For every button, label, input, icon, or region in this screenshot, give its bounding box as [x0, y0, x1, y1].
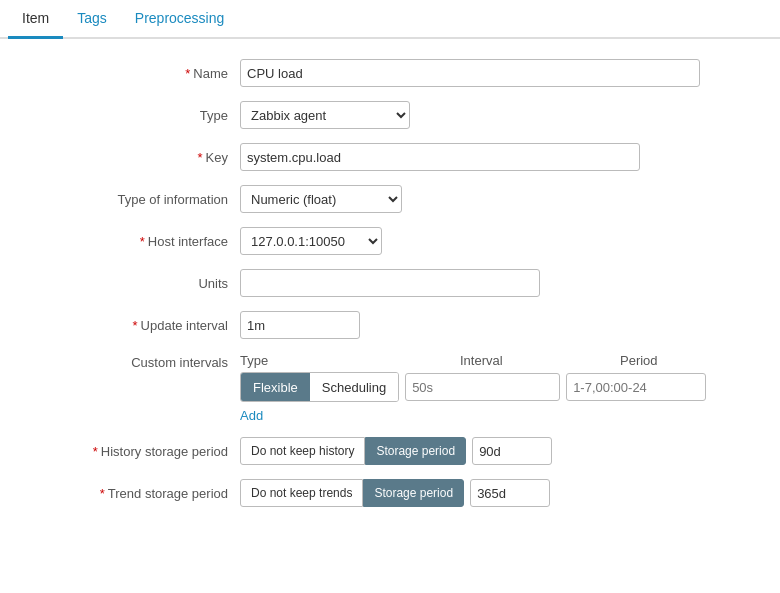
ci-input-period[interactable] — [566, 373, 706, 401]
select-type[interactable]: Zabbix agent Zabbix agent (active) Simpl… — [240, 101, 410, 129]
custom-intervals-wrapper: Type Interval Period Flexible Scheduling… — [240, 353, 770, 423]
required-star-host: * — [140, 234, 145, 249]
row-host-interface: *Host interface 127.0.0.1:10050 — [20, 227, 760, 255]
row-type-info: Type of information Numeric (float) Nume… — [20, 185, 760, 213]
label-type-info: Type of information — [20, 192, 240, 207]
required-star-trend: * — [100, 486, 105, 501]
required-star-name: * — [185, 66, 190, 81]
ci-col-period-header: Period — [620, 353, 770, 368]
label-units: Units — [20, 276, 240, 291]
ci-col-interval-header: Interval — [460, 353, 620, 368]
required-star-key: * — [198, 150, 203, 165]
ci-header: Type Interval Period — [240, 353, 770, 368]
input-trend-value[interactable] — [470, 479, 550, 507]
btn-flexible[interactable]: Flexible — [241, 373, 310, 401]
btn-no-keep-history[interactable]: Do not keep history — [240, 437, 365, 465]
trend-storage-row: Do not keep trends Storage period — [240, 479, 550, 507]
label-history-storage: *History storage period — [20, 444, 240, 459]
ci-controls: Flexible Scheduling — [240, 372, 770, 402]
input-key[interactable] — [240, 143, 640, 171]
label-type: Type — [20, 108, 240, 123]
tabs-bar: Item Tags Preprocessing — [0, 0, 780, 39]
input-units[interactable] — [240, 269, 540, 297]
required-star-update: * — [132, 318, 137, 333]
btn-history-storage-period[interactable]: Storage period — [365, 437, 466, 465]
history-storage-row: Do not keep history Storage period — [240, 437, 552, 465]
row-units: Units — [20, 269, 760, 297]
label-key: *Key — [20, 150, 240, 165]
ci-col-type-header: Type — [240, 353, 460, 368]
input-history-value[interactable] — [472, 437, 552, 465]
label-name: *Name — [20, 66, 240, 81]
input-update-interval[interactable] — [240, 311, 360, 339]
label-custom-intervals: Custom intervals — [20, 353, 240, 370]
row-name: *Name — [20, 59, 760, 87]
btn-scheduling[interactable]: Scheduling — [310, 373, 398, 401]
row-trend-storage: *Trend storage period Do not keep trends… — [20, 479, 760, 507]
row-update-interval: *Update interval — [20, 311, 760, 339]
required-star-history: * — [93, 444, 98, 459]
ci-input-interval[interactable] — [405, 373, 560, 401]
row-custom-intervals: Custom intervals Type Interval Period Fl… — [20, 353, 760, 423]
row-history-storage: *History storage period Do not keep hist… — [20, 437, 760, 465]
row-key: *Key — [20, 143, 760, 171]
ci-add-link[interactable]: Add — [240, 408, 770, 423]
ci-type-btngroup: Flexible Scheduling — [240, 372, 399, 402]
row-type: Type Zabbix agent Zabbix agent (active) … — [20, 101, 760, 129]
select-type-info[interactable]: Numeric (float) Numeric (unsigned) Chara… — [240, 185, 402, 213]
btn-no-keep-trends[interactable]: Do not keep trends — [240, 479, 363, 507]
label-trend-storage: *Trend storage period — [20, 486, 240, 501]
tab-preprocessing[interactable]: Preprocessing — [121, 0, 239, 39]
tab-item[interactable]: Item — [8, 0, 63, 39]
select-host-interface[interactable]: 127.0.0.1:10050 — [240, 227, 382, 255]
form-body: *Name Type Zabbix agent Zabbix agent (ac… — [0, 55, 780, 541]
tab-tags[interactable]: Tags — [63, 0, 121, 39]
label-host-interface: *Host interface — [20, 234, 240, 249]
input-name[interactable] — [240, 59, 700, 87]
label-update-interval: *Update interval — [20, 318, 240, 333]
btn-trend-storage-period[interactable]: Storage period — [363, 479, 464, 507]
